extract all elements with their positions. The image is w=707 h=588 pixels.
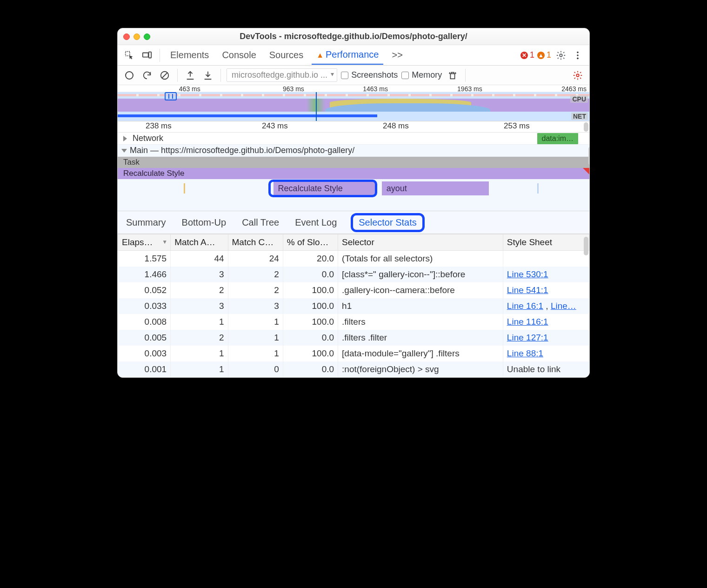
flame-chart[interactable]: Network data:im… Main — https://microsof… xyxy=(118,133,589,211)
main-tabs: Elements Console Sources Performance >> … xyxy=(118,45,589,66)
collect-garbage-icon[interactable] xyxy=(446,68,460,82)
record-icon[interactable] xyxy=(122,68,136,82)
devtools-window: DevTools - microsoftedge.github.io/Demos… xyxy=(117,28,590,378)
svg-point-4 xyxy=(577,51,579,53)
tab-performance[interactable]: Performance xyxy=(312,46,383,65)
device-icon[interactable] xyxy=(140,48,154,62)
collapse-icon[interactable] xyxy=(121,149,127,153)
tabs-overflow[interactable]: >> xyxy=(387,46,407,64)
cpu-label: CPU xyxy=(570,95,588,103)
col-match-count[interactable]: Match C… xyxy=(228,234,283,251)
network-track[interactable]: Network data:im… xyxy=(118,133,589,145)
stylesheet-link[interactable]: Line 88:1 xyxy=(507,348,543,358)
kebab-icon[interactable] xyxy=(571,48,585,62)
inspect-icon[interactable] xyxy=(122,48,136,62)
stylesheet-link[interactable]: Line 541:1 xyxy=(507,285,548,295)
svg-rect-0 xyxy=(126,51,130,55)
selector-stats-table: Elaps… Match A… Match C… % of Slo… Selec… xyxy=(118,234,589,377)
col-selector[interactable]: Selector xyxy=(338,234,503,251)
col-stylesheet[interactable]: Style Sheet xyxy=(503,234,589,251)
titlebar: DevTools - microsoftedge.github.io/Demos… xyxy=(118,28,589,45)
flame-ruler: 238 ms 243 ms 248 ms 253 ms xyxy=(118,121,589,133)
gear-icon[interactable] xyxy=(554,48,568,62)
tab-console[interactable]: Console xyxy=(217,46,260,64)
net-label: NET xyxy=(571,113,588,120)
highlight-overlay-icon xyxy=(268,180,377,197)
table-row[interactable]: 0.05222100.0.gallery-icon--camera::befor… xyxy=(118,282,589,298)
col-pct-slow[interactable]: % of Slo… xyxy=(283,234,338,251)
network-request-chip[interactable]: data:im… xyxy=(537,133,578,144)
long-task-marker-icon xyxy=(583,168,589,174)
stylesheet-link[interactable]: Line 530:1 xyxy=(507,269,548,279)
details-tabs: Summary Bottom-Up Call Tree Event Log Se… xyxy=(118,211,589,234)
window-title: DevTools - microsoftedge.github.io/Demos… xyxy=(118,32,589,41)
svg-point-3 xyxy=(560,54,562,57)
stylesheet-link[interactable]: Line… xyxy=(551,301,576,311)
tab-sources[interactable]: Sources xyxy=(265,46,308,64)
recalc-style-bar[interactable]: Recalculate Style xyxy=(118,168,589,179)
svg-point-5 xyxy=(577,54,579,56)
table-row[interactable]: 0.005210.0.filters .filterLine 127:1 xyxy=(118,330,589,346)
table-row[interactable]: 0.03333100.0h1Line 16:1 , Line… xyxy=(118,298,589,314)
task-bar[interactable]: Task xyxy=(118,157,589,168)
tab-selector-stats[interactable]: Selector Stats xyxy=(359,217,417,228)
tab-summary[interactable]: Summary xyxy=(124,214,168,231)
upload-icon[interactable] xyxy=(183,68,197,82)
main-track[interactable]: Main — https://microsoftedge.github.io/D… xyxy=(118,145,589,157)
traffic-lights xyxy=(123,33,150,40)
stylesheet-link[interactable]: Line 16:1 xyxy=(507,301,543,311)
highlight-overlay-icon: Selector Stats xyxy=(351,213,425,232)
stylesheet-link[interactable]: Line 116:1 xyxy=(507,317,548,327)
table-row[interactable]: 1.466320.0[class*=" gallery-icon--"]::be… xyxy=(118,267,589,282)
close-icon[interactable] xyxy=(123,33,130,40)
expand-icon[interactable] xyxy=(123,136,127,141)
reload-icon[interactable] xyxy=(140,68,154,82)
clear-icon[interactable] xyxy=(158,68,172,82)
table-header-row: Elaps… Match A… Match C… % of Slo… Selec… xyxy=(118,234,589,251)
svg-point-8 xyxy=(576,74,579,77)
table-row[interactable]: 0.00811100.0.filtersLine 116:1 xyxy=(118,314,589,330)
svg-rect-2 xyxy=(149,52,152,58)
tab-call-tree[interactable]: Call Tree xyxy=(240,214,281,231)
download-icon[interactable] xyxy=(201,68,215,82)
table-row[interactable]: 1.575442420.0(Totals for all selectors) xyxy=(118,251,589,267)
error-count[interactable]: ✕1 xyxy=(520,50,534,60)
overview-ticks: 463 ms 963 ms 1463 ms 1963 ms 2463 ms xyxy=(118,85,589,92)
perf-toolbar: microsoftedge.github.io ... Screenshots … xyxy=(118,66,589,85)
tab-elements[interactable]: Elements xyxy=(166,46,213,64)
layout-chip[interactable]: ayout xyxy=(382,181,489,195)
stylesheet-link[interactable]: Line 127:1 xyxy=(507,333,548,342)
svg-rect-1 xyxy=(143,53,148,57)
zoom-icon[interactable] xyxy=(144,33,150,40)
svg-point-6 xyxy=(577,57,579,59)
scrollbar-icon[interactable] xyxy=(584,122,588,132)
tab-bottom-up[interactable]: Bottom-Up xyxy=(180,214,228,231)
warning-count[interactable]: ▲1 xyxy=(537,50,551,60)
capture-settings-icon[interactable] xyxy=(571,68,585,82)
table-row[interactable]: 0.00311100.0[data-module="gallery"] .fil… xyxy=(118,346,589,361)
overview-timeline[interactable]: 463 ms 963 ms 1463 ms 1963 ms 2463 ms CP… xyxy=(118,85,589,121)
col-match-attempts[interactable]: Match A… xyxy=(171,234,228,251)
col-elapsed[interactable]: Elaps… xyxy=(118,234,171,251)
host-select[interactable]: microsoftedge.github.io ... xyxy=(227,68,337,82)
minimize-icon[interactable] xyxy=(133,33,140,40)
overview-selection-handle[interactable] xyxy=(165,92,177,100)
scrollbar-icon[interactable] xyxy=(584,237,588,255)
tab-event-log[interactable]: Event Log xyxy=(293,214,339,231)
screenshots-checkbox[interactable]: Screenshots xyxy=(341,70,398,80)
table-row[interactable]: 0.001100.0:not(foreignObject) > svgUnabl… xyxy=(118,361,589,377)
memory-checkbox[interactable]: Memory xyxy=(401,70,442,80)
